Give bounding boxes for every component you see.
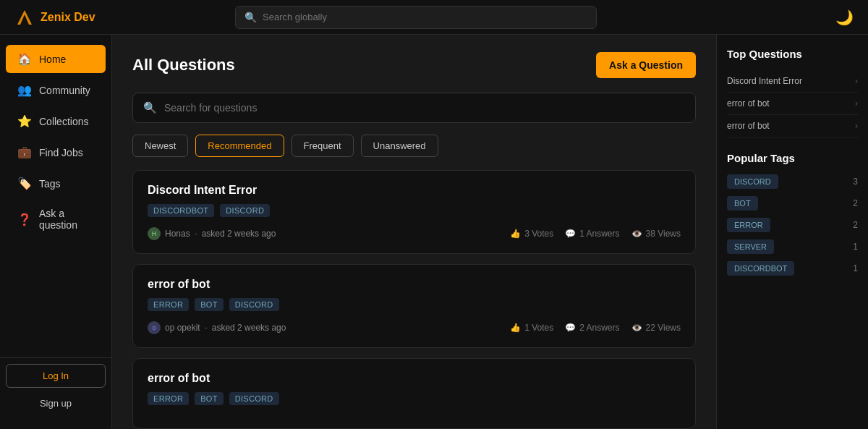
tag-count: 3 [853,177,858,187]
header-right: 🌙 [835,9,854,26]
question-card: error of bot ERROR BOT DISCORD [132,358,696,429]
chevron-right-icon: › [855,76,858,86]
top-questions-title: Top Questions [727,48,858,60]
answers-stat: 💬 1 Answers [565,229,619,239]
author-time: - [195,229,197,239]
author-name: Honas [165,229,190,239]
question-footer: o op opekit - asked 2 weeks ago 👍 1 Vote… [148,321,681,334]
question-time: asked 2 weeks ago [212,323,286,333]
votes-count: 3 Votes [524,229,553,239]
logo: Zenix Dev [14,7,116,27]
global-search-bar[interactable]: 🔍 [235,6,597,29]
answers-count: 1 Answers [579,229,619,239]
logo-icon [14,7,35,27]
eye-icon: 👁️ [631,229,642,239]
sidebar-item-ask-question[interactable]: ❓ Ask a question [6,200,106,238]
tag[interactable]: DISCORD [229,298,279,311]
comment-icon: 💬 [565,323,576,333]
avatar: o [148,321,161,334]
tag[interactable]: DISCORDBOT [148,204,214,217]
comment-icon: 💬 [565,229,576,239]
views-stat: 👁️ 22 Views [631,323,681,333]
top-question-item[interactable]: error of bot › [727,93,858,115]
views-count: 38 Views [646,229,681,239]
sidebar-item-label: Find Jobs [39,147,83,158]
tag[interactable]: ERROR [148,392,189,405]
search-icon: 🔍 [244,12,257,23]
global-search-input[interactable] [263,12,587,22]
question-author: o op opekit - asked 2 weeks ago [148,321,286,334]
filter-newest[interactable]: Newest [132,135,188,157]
author-time: - [205,323,208,333]
chevron-right-icon: › [855,121,858,131]
author-name: op opekit [165,323,200,333]
community-icon: 👥 [17,83,32,97]
popular-tag-row: SERVER 1 [727,239,858,254]
sidebar-item-tags[interactable]: 🏷️ Tags [6,169,106,197]
question-title[interactable]: error of bot [148,372,681,385]
page-header: All Questions Ask a Question [132,52,696,78]
filter-frequent[interactable]: Frequent [292,135,354,157]
tag[interactable]: DISCORD [220,204,270,217]
eye-icon: 👁️ [631,323,642,333]
header: Zenix Dev 🔍 🌙 [0,0,868,35]
top-question-text: error of bot [727,98,855,109]
filter-unanswered[interactable]: Unanswered [361,135,438,157]
sidebar-item-label: Tags [39,178,61,190]
popular-tag-row: DISCORD 3 [727,174,858,189]
questions-search-input[interactable] [164,102,685,114]
question-stats: 👍 3 Votes 💬 1 Answers 👁️ 38 Views [510,229,681,239]
question-stats: 👍 1 Votes 💬 2 Answers 👁️ 22 Views [510,323,681,333]
views-count: 22 Views [646,323,681,333]
popular-tag-row: ERROR 2 [727,218,858,232]
ask-question-button[interactable]: Ask a Question [596,52,696,78]
thumbsup-icon: 👍 [510,323,521,333]
login-button[interactable]: Log In [6,364,106,388]
questions-search-bar[interactable]: 🔍 [132,93,696,123]
answers-stat: 💬 2 Answers [565,323,619,333]
popular-tag[interactable]: DISCORDBOT [727,261,794,276]
question-author: H Honas - asked 2 weeks ago [148,227,276,240]
question-card: error of bot ERROR BOT DISCORD o op opek… [132,264,696,348]
signup-button[interactable]: Sign up [6,392,106,415]
question-card: Discord Intent Error DISCORDBOT DISCORD … [132,170,696,254]
question-title[interactable]: Discord Intent Error [148,184,681,197]
tag[interactable]: ERROR [148,298,189,311]
home-icon: 🏠 [17,52,32,66]
sidebar-item-home[interactable]: 🏠 Home [6,45,106,73]
sidebar-item-label: Collections [39,116,88,127]
sidebar-item-label: Home [39,54,66,65]
top-question-item[interactable]: error of bot › [727,115,858,137]
tag[interactable]: BOT [195,392,224,405]
ask-icon: ❓ [17,213,32,226]
sidebar-item-community[interactable]: 👥 Community [6,76,106,104]
avatar: H [148,227,161,240]
logo-text: Zenix Dev [41,11,95,24]
question-title[interactable]: error of bot [148,278,681,291]
popular-tag[interactable]: BOT [727,196,758,211]
question-tags: ERROR BOT DISCORD [148,392,681,405]
layout: 🏠 Home 👥 Community ⭐ Collections 💼 Find … [0,35,868,429]
main-content: All Questions Ask a Question 🔍 Newest Re… [112,35,716,429]
tag[interactable]: DISCORD [229,392,279,405]
top-question-item[interactable]: Discord Intent Error › [727,70,858,93]
popular-tags-section: Popular Tags DISCORD 3 BOT 2 ERROR 2 SER… [727,152,858,276]
popular-tag[interactable]: SERVER [727,239,774,254]
tag[interactable]: BOT [195,298,224,311]
votes-stat: 👍 3 Votes [510,229,553,239]
page-title: All Questions [132,56,235,75]
sidebar: 🏠 Home 👥 Community ⭐ Collections 💼 Find … [0,35,112,429]
votes-stat: 👍 1 Votes [510,323,553,333]
top-question-text: error of bot [727,121,855,131]
popular-tag[interactable]: ERROR [727,218,770,232]
sidebar-item-collections[interactable]: ⭐ Collections [6,107,106,135]
popular-tag-row: DISCORDBOT 1 [727,261,858,276]
popular-tag-row: BOT 2 [727,196,858,211]
theme-toggle-icon[interactable]: 🌙 [835,9,854,25]
filter-recommended[interactable]: Recommended [195,135,284,157]
question-tags: ERROR BOT DISCORD [148,298,681,311]
question-footer: H Honas - asked 2 weeks ago 👍 3 Votes 💬 … [148,227,681,240]
tag-count: 2 [853,198,858,208]
sidebar-item-find-jobs[interactable]: 💼 Find Jobs [6,138,106,166]
popular-tag[interactable]: DISCORD [727,174,778,189]
